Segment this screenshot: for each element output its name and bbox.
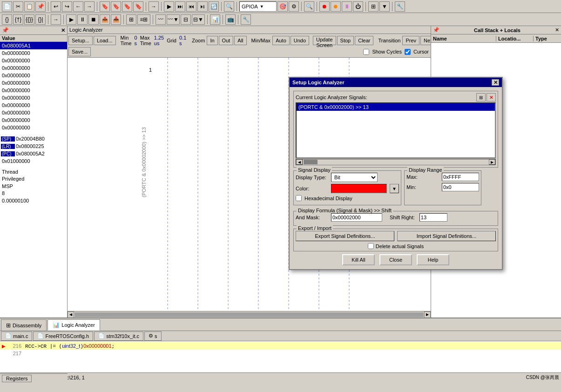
gpio-dropdown[interactable]: GPIOA ▼ [239, 1, 277, 12]
scroll-right-icon[interactable]: ▶ [489, 159, 495, 165]
pc-row[interactable]: (PC) 0x080005A2 [0, 150, 67, 157]
bookmark-btn[interactable]: 🔖 [100, 1, 110, 12]
target-btn[interactable]: 🎯 [277, 1, 288, 12]
shift-right-input[interactable] [419, 213, 447, 222]
signal-delete-icon[interactable]: ✕ [487, 93, 496, 101]
dialog-close-btn2[interactable]: Close [379, 254, 412, 265]
new-btn[interactable]: 📄 [2, 1, 12, 12]
search-btn[interactable]: 🔍 [304, 1, 314, 12]
step3-btn[interactable]: ⏯ [197, 1, 208, 12]
value-row[interactable]: 0x00000000 [0, 64, 67, 72]
display-btn[interactable]: ⊞ [368, 1, 379, 12]
wrench-btn[interactable]: 🔧 [395, 1, 405, 12]
signal-item[interactable]: (PORTC & 0x00002000) >> 13 [297, 103, 495, 111]
undo-btn[interactable]: Undo [291, 36, 309, 45]
value-row[interactable]: 0x00000000 [0, 79, 67, 87]
setup-dialog[interactable]: Setup Logic Analyzer ✕ Current Logic Ana… [289, 77, 503, 270]
color-swatch[interactable] [331, 184, 387, 193]
bookmark4-btn[interactable]: 🔖 [133, 1, 143, 12]
undo-btn[interactable]: ↩ [51, 1, 61, 12]
stop-btn[interactable]: ⏹ [88, 14, 99, 25]
back-btn[interactable]: ← [73, 1, 83, 12]
and-mask-input[interactable] [331, 213, 382, 222]
grid2-btn[interactable]: ≡⊞ [137, 14, 150, 25]
redo-btn[interactable]: ↪ [62, 1, 72, 12]
scroll-left-icon[interactable]: ◀ [296, 159, 303, 165]
copy-btn[interactable]: 📋 [24, 1, 34, 12]
hex-display-checkbox[interactable] [296, 195, 302, 201]
color-picker-btn[interactable]: ▼ [390, 184, 399, 193]
export-signal-btn[interactable]: Export Signal Definitions... [296, 231, 394, 241]
arrow-btn[interactable]: → [149, 1, 159, 12]
stop-la-btn[interactable]: Stop [337, 36, 354, 45]
cursor-checkbox[interactable] [405, 49, 411, 55]
circle-btn[interactable]: ⏺ [331, 1, 341, 12]
brace4-btn[interactable]: {}| [35, 14, 46, 25]
code-tab-freertos[interactable]: 📄 FreeRTOSConfig.h [33, 331, 93, 341]
prev-btn[interactable]: Prev [402, 36, 419, 45]
auto-btn[interactable]: Auto [272, 36, 290, 45]
zoom-all-btn[interactable]: All [234, 36, 246, 45]
code-tab-main[interactable]: 📄 main.c [1, 331, 32, 341]
step4-btn[interactable]: 🔃 [209, 1, 219, 12]
tab-disassembly[interactable]: ⊞ Disassembly [1, 319, 47, 331]
help-btn[interactable]: Help [417, 254, 449, 265]
update-screen-btn[interactable]: Update Screen [313, 36, 336, 45]
code-tab-stm[interactable]: 📄 stm32f10x_it.c [94, 331, 143, 341]
zoom-out-btn[interactable]: Out [219, 36, 234, 45]
scroll-thumb[interactable] [304, 160, 318, 164]
chart-btn[interactable]: 📊 [210, 14, 220, 25]
brace2-btn[interactable]: {†} [13, 14, 23, 25]
kill-all-btn[interactable]: Kill All [342, 254, 375, 265]
lr-row[interactable]: (LR) 0x08000225 [0, 142, 67, 150]
screen-btn[interactable]: 📺 [225, 14, 236, 25]
max-input[interactable] [442, 173, 479, 181]
value-row[interactable]: 0x00000000 [0, 72, 67, 79]
signal-listbox[interactable]: (PORTC & 0x00002000) >> 13 [296, 102, 496, 158]
dialog-close-btn[interactable]: ✕ [492, 79, 499, 86]
value-row[interactable]: 0x00000000 [0, 94, 67, 101]
clear-btn[interactable]: Clear [355, 36, 373, 45]
play-btn[interactable]: ▶ [66, 14, 76, 25]
delete-signals-checkbox[interactable] [368, 243, 374, 249]
value-row[interactable]: 0x00000000 [0, 87, 67, 94]
scroll-right-btn[interactable]: ▶ [424, 311, 431, 318]
step-btn[interactable]: ⏭ [175, 1, 185, 12]
connect-btn[interactable]: ⏸ [342, 1, 352, 12]
signal-copy-icon[interactable]: ⊞ [476, 93, 486, 101]
grid4-btn[interactable]: ⊟▼ [192, 14, 205, 25]
zoom-btn[interactable]: 🔍 [224, 1, 234, 12]
scroll-track[interactable] [74, 312, 424, 317]
setup-btn[interactable]: Setup... [68, 36, 93, 45]
bookmark3-btn[interactable]: 🔖 [122, 1, 132, 12]
value-row[interactable]: 0x00000000 [0, 49, 67, 57]
close-small-icon[interactable]: ✕ [61, 27, 65, 34]
tab-logic-analyzer[interactable]: 📊 Logic Analyzer [47, 319, 100, 331]
paste-btn[interactable]: 📌 [35, 1, 46, 12]
code-tab-s[interactable]: ⚙ s [144, 331, 162, 341]
import-tb-btn[interactable]: 📥 [111, 14, 121, 25]
value-row[interactable]: 0x00000000 [0, 57, 67, 64]
settings-btn[interactable]: ⚙ [289, 1, 299, 12]
brace1-btn[interactable]: {} [2, 14, 12, 25]
value-row[interactable]: 0x01000000 [0, 157, 67, 165]
wave2-btn[interactable]: 〰▼ [167, 14, 180, 25]
close-icon-right[interactable]: ✕ [555, 27, 559, 33]
grid1-btn[interactable]: ⊞ [126, 14, 136, 25]
brace3-btn[interactable]: {{}} [24, 14, 34, 25]
import-signal-btn[interactable]: Import Signal Definitions... [397, 231, 496, 241]
pause-btn[interactable]: ⏸ [77, 14, 88, 25]
grid3-btn[interactable]: ⊟ [181, 14, 191, 25]
display-type-select[interactable]: Bit Analog Unsigned Signed Hex Binary [331, 173, 378, 182]
show-cycles-checkbox[interactable] [363, 49, 369, 55]
cut-btn[interactable]: ✂ [13, 1, 23, 12]
value-row[interactable]: 0x00000000 [0, 109, 67, 116]
zoom-in-btn[interactable]: In [207, 36, 217, 45]
run-btn[interactable]: ▶ [164, 1, 174, 12]
registers-tab-btn[interactable]: Registers [2, 375, 32, 382]
step2-btn[interactable]: ⏮ [186, 1, 196, 12]
wrench2-btn[interactable]: 🔧 [241, 14, 251, 25]
value-row[interactable]: 0x080005A1 [0, 42, 67, 49]
save-btn[interactable]: Save... [68, 47, 91, 56]
power-btn[interactable]: ⏻ [353, 1, 363, 12]
